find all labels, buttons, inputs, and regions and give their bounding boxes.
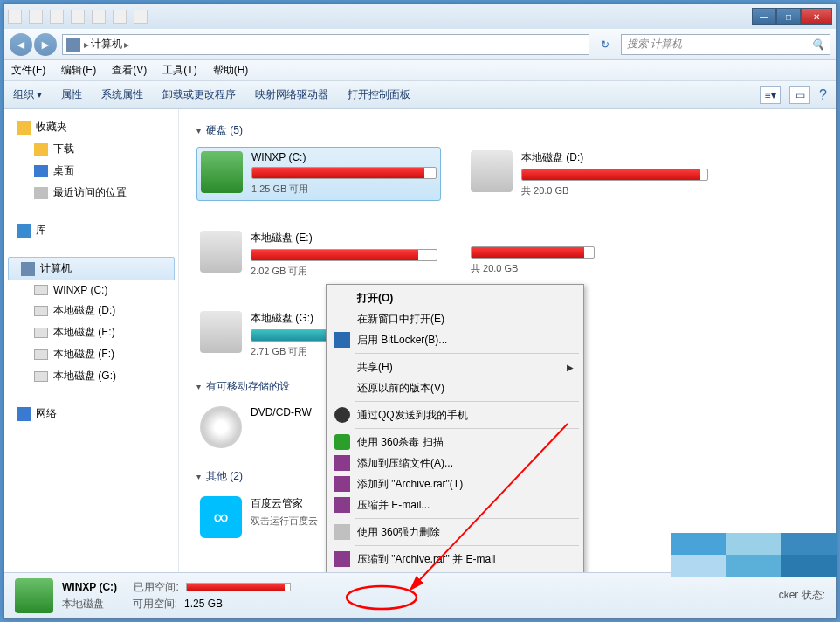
sidebar-drive-g[interactable]: 本地磁盘 (G:) <box>4 365 178 387</box>
cm-qq-send[interactable]: 通过QQ发送到我的手机 <box>329 404 581 425</box>
search-icon: 🔍 <box>811 38 824 51</box>
sidebar-drive-d[interactable]: 本地磁盘 (D:) <box>4 300 178 321</box>
sidebar-drive-f[interactable]: 本地磁盘 (F:) <box>4 343 178 365</box>
view-mode-button[interactable]: ≡▾ <box>760 86 781 104</box>
menu-edit[interactable]: 编辑(E) <box>61 63 96 78</box>
system-properties-button[interactable]: 系统属性 <box>101 87 143 102</box>
uninstall-button[interactable]: 卸载或更改程序 <box>162 87 236 102</box>
drive-partial[interactable]: 共 20.0 GB <box>467 227 598 281</box>
folder-icon <box>34 143 48 156</box>
address-bar[interactable]: ▸ 计算机 ▸ <box>62 34 589 55</box>
archive-icon <box>334 455 350 471</box>
status-free-space: 1.25 GB <box>184 598 223 610</box>
sidebar-libraries[interactable]: 库 <box>4 219 178 241</box>
control-panel-button[interactable]: 打开控制面板 <box>348 87 410 102</box>
delete-icon <box>334 524 350 540</box>
taskbar-icons <box>8 10 752 24</box>
forward-button[interactable]: ► <box>34 33 57 56</box>
search-placeholder: 搜索 计算机 <box>627 37 682 52</box>
section-hdd[interactable]: ▾硬盘 (5) <box>196 123 818 138</box>
sidebar-drive-c[interactable]: WINXP (C:) <box>4 280 178 300</box>
shield-icon <box>334 434 350 450</box>
menu-help[interactable]: 帮助(H) <box>213 63 249 78</box>
archive-icon <box>334 497 350 513</box>
search-input[interactable]: 搜索 计算机 🔍 <box>621 34 830 55</box>
sidebar-favorites[interactable]: 收藏夹 <box>4 116 178 138</box>
maximize-button[interactable]: □ <box>776 8 801 25</box>
drive-e[interactable]: 本地磁盘 (E:) 2.02 GB 可用 <box>196 227 441 281</box>
minimize-button[interactable]: — <box>752 8 776 25</box>
properties-button[interactable]: 属性 <box>61 87 82 102</box>
window-controls: — □ ✕ <box>752 8 832 25</box>
sidebar: 收藏夹 下载 桌面 最近访问的位置 库 计算机 WINXP (C:) 本地磁盘 … <box>4 109 179 572</box>
drive-icon <box>201 151 243 193</box>
drive-icon <box>34 349 48 360</box>
cm-open[interactable]: 打开(O) <box>329 287 581 308</box>
nav-bar: ◄ ► ▸ 计算机 ▸ ↻ 搜索 计算机 🔍 <box>4 29 836 60</box>
drive-d[interactable]: 本地磁盘 (D:) 共 20.0 GB <box>467 147 712 201</box>
status-drive-name: WINXP (C:) <box>62 581 117 593</box>
drive-free: 共 20.0 GB <box>521 184 708 197</box>
drive-icon <box>34 285 48 295</box>
censored-region <box>671 533 837 577</box>
preview-pane-button[interactable]: ▭ <box>789 86 810 104</box>
drive-label: 本地磁盘 (D:) <box>521 150 708 165</box>
sidebar-desktop[interactable]: 桌面 <box>4 160 178 182</box>
cm-zip-rar-email[interactable]: 压缩到 "Archive.rar" 并 E-mail <box>329 549 581 570</box>
computer-icon <box>21 262 35 276</box>
drive-c[interactable]: WINXP (C:) 1.25 GB 可用 <box>196 147 441 201</box>
menu-view[interactable]: 查看(V) <box>112 63 147 78</box>
cm-new-window[interactable]: 在新窗口中打开(E) <box>329 308 581 329</box>
cm-360-delete[interactable]: 使用 360强力删除 <box>329 522 581 543</box>
cm-share[interactable]: 共享(H)▶ <box>329 356 581 377</box>
close-button[interactable]: ✕ <box>801 8 832 25</box>
drive-label: WINXP (C:) <box>251 151 437 163</box>
drive-icon <box>471 150 513 192</box>
cm-add-rar[interactable]: 添加到 "Archive.rar"(T) <box>329 473 581 494</box>
drive-free: 1.25 GB 可用 <box>251 183 437 196</box>
qq-icon <box>334 407 350 423</box>
back-button[interactable]: ◄ <box>10 33 32 56</box>
drive-icon <box>15 578 53 613</box>
cm-restore[interactable]: 还原以前的版本(V) <box>329 377 581 398</box>
sidebar-recent[interactable]: 最近访问的位置 <box>4 182 178 204</box>
drive-icon <box>34 306 48 316</box>
titlebar: — □ ✕ <box>4 4 836 29</box>
drive-icon <box>200 311 242 353</box>
sidebar-computer[interactable]: 计算机 <box>8 257 175 280</box>
cm-zip-email[interactable]: 压缩并 E-mail... <box>329 494 581 515</box>
context-menu: 打开(O) 在新窗口中打开(E) 启用 BitLocker(B)... 共享(H… <box>326 284 584 572</box>
cm-add-archive[interactable]: 添加到压缩文件(A)... <box>329 453 581 473</box>
sidebar-network[interactable]: 网络 <box>4 403 178 425</box>
bitlocker-icon <box>334 332 350 348</box>
sidebar-downloads[interactable]: 下载 <box>4 138 178 160</box>
menu-tools[interactable]: 工具(T) <box>162 63 196 78</box>
network-icon <box>17 407 31 421</box>
drive-free: 2.02 GB 可用 <box>251 265 437 278</box>
map-network-button[interactable]: 映射网络驱动器 <box>255 87 328 102</box>
status-bar: WINXP (C:) 已用空间: 本地磁盘 可用空间:1.25 GB cker … <box>4 572 836 618</box>
menu-bar: 文件(F) 编辑(E) 查看(V) 工具(T) 帮助(H) <box>4 60 836 81</box>
cm-bitlocker[interactable]: 启用 BitLocker(B)... <box>329 329 581 350</box>
star-icon <box>17 121 31 135</box>
explorer-window: — □ ✕ ◄ ► ▸ 计算机 ▸ ↻ 搜索 计算机 🔍 文件(F) 编辑(E)… <box>3 3 837 619</box>
drive-icon <box>34 328 48 338</box>
archive-icon <box>334 476 350 492</box>
drive-label: 本地磁盘 (E:) <box>251 231 437 245</box>
breadcrumb[interactable]: ▸ 计算机 ▸ <box>84 37 129 52</box>
dvd-icon <box>200 406 242 448</box>
menu-file[interactable]: 文件(F) <box>11 63 45 78</box>
drive-free: 共 20.0 GB <box>471 262 595 275</box>
breadcrumb-computer[interactable]: 计算机 <box>91 37 122 52</box>
sidebar-drive-e[interactable]: 本地磁盘 (E:) <box>4 321 178 343</box>
refresh-button[interactable]: ↻ <box>595 34 616 55</box>
archive-icon <box>334 551 350 567</box>
toolbar: 组织 ▾ 属性 系统属性 卸载或更改程序 映射网络驱动器 打开控制面板 ≡▾ ▭… <box>4 81 836 109</box>
drive-icon <box>34 371 48 382</box>
drive-icon <box>200 231 242 273</box>
cm-360-scan[interactable]: 使用 360杀毒 扫描 <box>329 432 581 453</box>
help-icon[interactable]: ? <box>819 87 827 103</box>
computer-icon <box>66 38 80 52</box>
cloud-icon: ∞ <box>200 496 242 538</box>
organize-button[interactable]: 组织 ▾ <box>13 87 42 102</box>
